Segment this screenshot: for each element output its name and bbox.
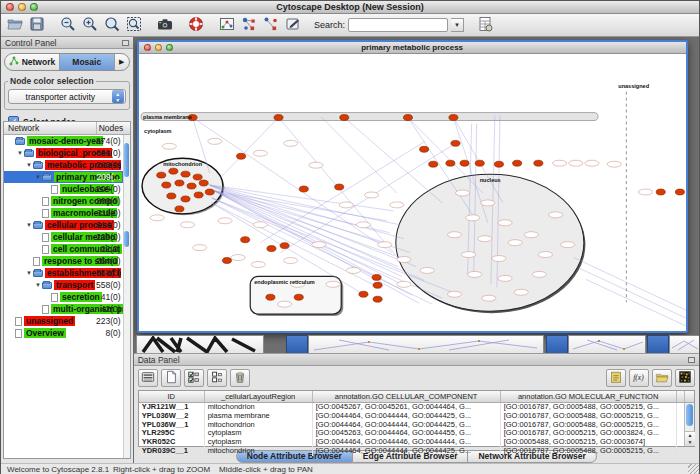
app-titlebar[interactable]: Cytoscape Desktop (New Session)	[1, 1, 699, 14]
network-label-node[interactable]	[532, 271, 546, 277]
column-header[interactable]: ID	[139, 391, 205, 402]
tree-scrollbar[interactable]	[123, 135, 130, 458]
snapshot-button[interactable]	[155, 16, 175, 35]
network-node[interactable]	[299, 186, 308, 192]
resize-grip[interactable]	[688, 464, 699, 474]
network-node[interactable]	[161, 182, 170, 188]
network-node[interactable]	[373, 282, 382, 288]
network-label-node[interactable]	[308, 162, 322, 168]
network-label-node[interactable]	[420, 267, 434, 273]
network-label-node[interactable]	[455, 190, 469, 196]
import-attributes-button[interactable]	[652, 369, 672, 387]
background-window-edge3[interactable]	[647, 335, 669, 353]
overview-window-button[interactable]	[217, 16, 237, 35]
network-label-node[interactable]	[524, 232, 538, 238]
tree-row[interactable]: macromolecule311(0)	[4, 207, 123, 219]
expander-icon[interactable]: ▼	[25, 162, 33, 168]
network-node[interactable]	[656, 189, 665, 195]
network-node[interactable]	[205, 189, 214, 195]
network-node[interactable]	[475, 160, 484, 166]
expander-icon[interactable]: ▼	[34, 174, 42, 180]
background-window-edge2[interactable]	[546, 335, 568, 353]
background-window2[interactable]	[308, 335, 544, 353]
tree-row[interactable]: response to stimulu264(0)	[4, 255, 123, 267]
table-row[interactable]: YPL036W__2plasma membrane[GO:0044464, GO…	[139, 412, 694, 421]
network-node[interactable]	[512, 160, 521, 166]
tree-row[interactable]: mosaic-demo-yeast874(0)	[4, 135, 123, 147]
zoom-fit-button[interactable]	[124, 16, 144, 35]
network-node[interactable]	[419, 146, 428, 152]
network-label-node[interactable]	[447, 291, 461, 297]
select-attributes-button[interactable]	[184, 369, 204, 387]
network-label-node[interactable]	[481, 295, 495, 301]
network-node[interactable]	[675, 189, 684, 195]
tree-column-nodes[interactable]: Nodes	[97, 122, 130, 134]
network-label-node[interactable]	[461, 252, 475, 258]
zoom-in-button[interactable]	[80, 16, 100, 35]
network-node[interactable]	[359, 291, 368, 297]
network-node[interactable]	[460, 160, 469, 166]
network-label-node[interactable]	[514, 289, 528, 295]
network-label-node[interactable]	[283, 258, 297, 264]
table-row[interactable]: YPL036W__1mitochondrion[GO:0044464, GO:0…	[139, 421, 694, 430]
network-label-node[interactable]	[364, 192, 378, 198]
network-label-node[interactable]	[251, 262, 265, 268]
notes-button[interactable]	[606, 369, 626, 387]
network-node[interactable]	[451, 140, 460, 146]
network-node[interactable]	[267, 246, 276, 252]
network-label-node[interactable]	[253, 222, 267, 228]
network-node[interactable]	[372, 274, 381, 280]
tree-row[interactable]: nitrogen compo209(0)	[4, 195, 123, 207]
network-node[interactable]	[294, 294, 303, 300]
help-button[interactable]	[186, 16, 206, 35]
network-node[interactable]	[274, 115, 283, 121]
network-label-node[interactable]	[467, 271, 481, 277]
network-label-node[interactable]	[356, 222, 370, 228]
network-node[interactable]	[494, 161, 503, 167]
network-label-node[interactable]	[253, 150, 267, 156]
network-label-node[interactable]	[585, 160, 599, 166]
tree-row[interactable]: ▼establishment of lo558(0)	[4, 267, 123, 279]
table-row[interactable]: YJR121W__1mitochondrion[GO:0045267, GO:0…	[139, 403, 694, 412]
background-window4[interactable]	[669, 335, 699, 353]
network-label-node[interactable]	[277, 301, 291, 307]
attribute-matrix-button[interactable]	[138, 369, 158, 387]
network-label-node[interactable]	[548, 212, 562, 218]
search-input[interactable]	[348, 18, 448, 32]
network-label-node[interactable]	[465, 215, 479, 221]
column-header[interactable]: annotation.GO MOLECULAR_FUNCTION	[501, 391, 677, 402]
formula-button[interactable]: f(x)	[629, 369, 649, 387]
float-panel-icon[interactable]	[122, 40, 129, 46]
new-attribute-button[interactable]	[161, 369, 181, 387]
network-label-node[interactable]	[607, 161, 621, 167]
network-label-node[interactable]	[538, 252, 552, 258]
network-node[interactable]	[339, 115, 348, 121]
network-label-node[interactable]	[312, 242, 326, 248]
network-label-node[interactable]	[638, 189, 652, 195]
column-header[interactable]	[677, 391, 685, 402]
tree-row[interactable]: unassigned223(0)	[4, 315, 123, 327]
network-label-node[interactable]	[491, 256, 505, 262]
tree-scrollbar-thumb[interactable]	[124, 143, 129, 177]
tree-row[interactable]: multi-organism pro42(0)	[4, 303, 123, 315]
network-label-node[interactable]	[498, 275, 512, 281]
network-label-node[interactable]	[477, 236, 491, 242]
background-window3[interactable]	[568, 335, 646, 353]
network-label-node[interactable]	[498, 220, 512, 226]
expander-icon[interactable]: ▼	[25, 222, 33, 228]
node-color-dropdown[interactable]: transporter activity ▲▼	[8, 89, 126, 104]
network-node[interactable]	[199, 180, 208, 186]
tree-row[interactable]: Overview8(0)	[4, 327, 123, 339]
float-data-panel-icon[interactable]	[688, 357, 695, 363]
network-node[interactable]	[334, 184, 343, 190]
network-label-node[interactable]	[568, 160, 582, 166]
network-label-node[interactable]	[283, 140, 297, 146]
network-view-window[interactable]: primary metabolic process plasma membran…	[137, 40, 688, 333]
zoom-out-button[interactable]	[58, 16, 78, 35]
network-node[interactable]	[187, 183, 196, 189]
network-node[interactable]	[428, 161, 437, 167]
network-node[interactable]	[445, 160, 454, 166]
annotation-button[interactable]	[283, 16, 303, 35]
network-node[interactable]	[175, 206, 184, 212]
network-node[interactable]	[533, 160, 542, 166]
